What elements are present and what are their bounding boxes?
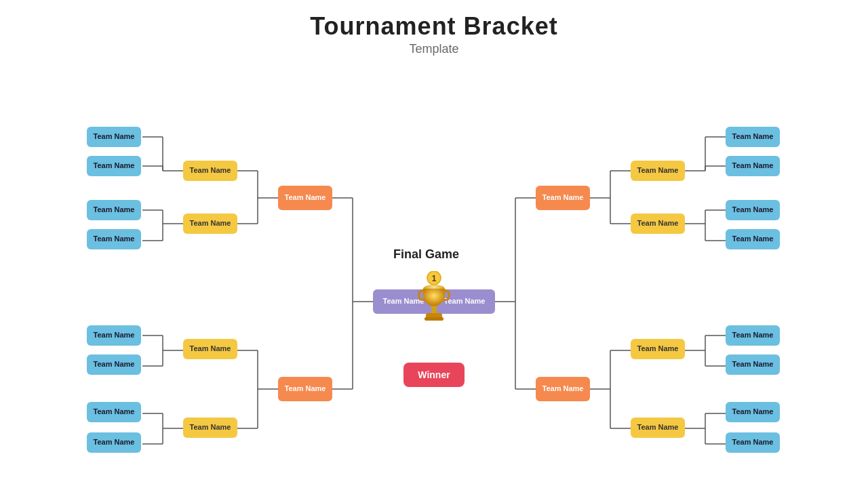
team-l2-1[interactable]: Team Name xyxy=(183,161,237,181)
team-r2-1[interactable]: Team Name xyxy=(631,161,685,181)
team-r1-4[interactable]: Team Name xyxy=(726,229,780,249)
team-r3-2[interactable]: Team Name xyxy=(536,377,590,401)
team-r2-4[interactable]: Team Name xyxy=(631,418,685,438)
bracket-area: Team Name Team Name Team Name Team Name … xyxy=(0,54,868,474)
team-r1-3[interactable]: Team Name xyxy=(726,200,780,220)
team-r3-1[interactable]: Team Name xyxy=(536,186,590,210)
team-l2-4[interactable]: Team Name xyxy=(183,418,237,438)
page: Tournament Bracket Template xyxy=(0,0,868,488)
team-l2-2[interactable]: Team Name xyxy=(183,214,237,234)
team-r1-5[interactable]: Team Name xyxy=(726,325,780,346)
team-l1-7[interactable]: Team Name xyxy=(87,402,141,422)
team-l1-6[interactable]: Team Name xyxy=(87,354,141,375)
team-l1-8[interactable]: Team Name xyxy=(87,432,141,453)
team-r2-3[interactable]: Team Name xyxy=(631,339,685,359)
team-r1-8[interactable]: Team Name xyxy=(726,432,780,453)
team-l3-1[interactable]: Team Name xyxy=(278,186,332,210)
team-l1-2[interactable]: Team Name xyxy=(87,156,141,176)
svg-text:1: 1 xyxy=(432,274,437,283)
final-game-label: Final Game xyxy=(393,247,459,262)
team-l3-2[interactable]: Team Name xyxy=(278,377,332,401)
svg-rect-71 xyxy=(425,317,443,321)
team-r1-7[interactable]: Team Name xyxy=(726,402,780,422)
page-title: Tournament Bracket xyxy=(0,0,868,41)
team-l1-5[interactable]: Team Name xyxy=(87,325,141,346)
team-r1-1[interactable]: Team Name xyxy=(726,127,780,147)
winner-label[interactable]: Winner xyxy=(403,363,465,387)
team-l1-3[interactable]: Team Name xyxy=(87,200,141,220)
team-r1-6[interactable]: Team Name xyxy=(726,354,780,375)
team-l2-3[interactable]: Team Name xyxy=(183,339,237,359)
svg-rect-69 xyxy=(431,306,437,313)
trophy-icon: 1 xyxy=(411,271,457,325)
team-r1-2[interactable]: Team Name xyxy=(726,156,780,176)
team-l1-1[interactable]: Team Name xyxy=(87,127,141,147)
team-r2-2[interactable]: Team Name xyxy=(631,214,685,234)
team-l1-4[interactable]: Team Name xyxy=(87,229,141,249)
